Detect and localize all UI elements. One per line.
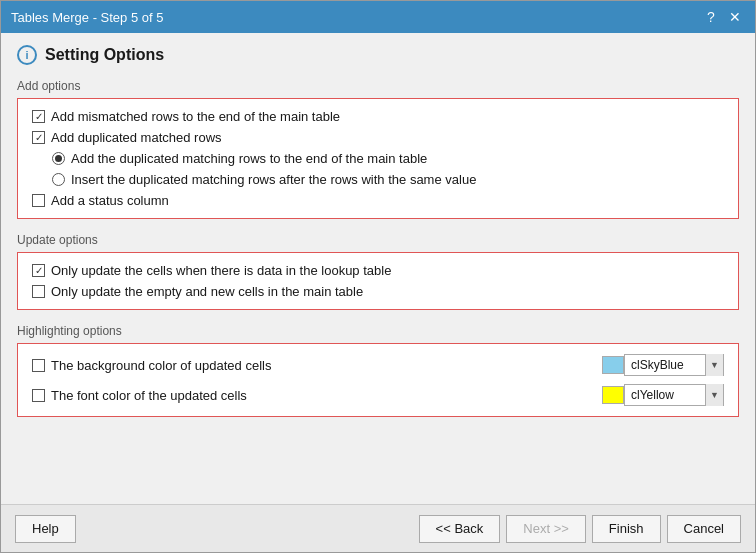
option-only-update-empty[interactable]: Only update the empty and new cells in t… bbox=[32, 284, 724, 299]
update-options-box: Only update the cells when there is data… bbox=[17, 252, 739, 310]
cancel-button[interactable]: Cancel bbox=[667, 515, 741, 543]
checkbox-add-duplicated[interactable] bbox=[32, 131, 45, 144]
radio-add-end[interactable] bbox=[52, 152, 65, 165]
label-bg-color: The background color of updated cells bbox=[51, 358, 271, 373]
option-add-duplicated[interactable]: Add duplicated matched rows bbox=[32, 130, 724, 145]
highlighting-options-label: Highlighting options bbox=[17, 324, 739, 338]
help-button[interactable]: ? bbox=[701, 7, 721, 27]
highlight-font-row: The font color of the updated cells clYe… bbox=[32, 384, 724, 406]
highlight-background-left: The background color of updated cells bbox=[32, 358, 271, 373]
label-only-update-data: Only update the cells when there is data… bbox=[51, 263, 391, 278]
footer-right: << Back Next >> Finish Cancel bbox=[419, 515, 741, 543]
finish-button[interactable]: Finish bbox=[592, 515, 661, 543]
highlight-font-right: clYellow ▼ bbox=[602, 384, 724, 406]
checkbox-bg-color[interactable] bbox=[32, 359, 45, 372]
font-color-dropdown[interactable]: clYellow ▼ bbox=[624, 384, 724, 406]
main-window: Tables Merge - Step 5 of 5 ? ✕ i Setting… bbox=[0, 0, 756, 553]
option-only-update-data[interactable]: Only update the cells when there is data… bbox=[32, 263, 724, 278]
label-radio-after: Insert the duplicated matching rows afte… bbox=[71, 172, 476, 187]
label-add-duplicated: Add duplicated matched rows bbox=[51, 130, 222, 145]
back-button[interactable]: << Back bbox=[419, 515, 501, 543]
footer-left: Help bbox=[15, 515, 76, 543]
bg-color-dropdown[interactable]: clSkyBlue ▼ bbox=[624, 354, 724, 376]
option-add-status[interactable]: Add a status column bbox=[32, 193, 724, 208]
checkbox-only-update-data[interactable] bbox=[32, 264, 45, 277]
page-title: Setting Options bbox=[45, 46, 164, 64]
bg-color-label: clSkyBlue bbox=[625, 358, 705, 372]
close-button[interactable]: ✕ bbox=[725, 7, 745, 27]
option-add-mismatched[interactable]: Add mismatched rows to the end of the ma… bbox=[32, 109, 724, 124]
window-title: Tables Merge - Step 5 of 5 bbox=[11, 10, 163, 25]
highlighting-options-section: Highlighting options The background colo… bbox=[17, 324, 739, 417]
label-add-mismatched: Add mismatched rows to the end of the ma… bbox=[51, 109, 340, 124]
label-radio-end: Add the duplicated matching rows to the … bbox=[71, 151, 427, 166]
option-radio-end[interactable]: Add the duplicated matching rows to the … bbox=[32, 151, 724, 166]
font-color-label: clYellow bbox=[625, 388, 705, 402]
highlighting-options-box: The background color of updated cells cl… bbox=[17, 343, 739, 417]
next-button[interactable]: Next >> bbox=[506, 515, 586, 543]
font-color-arrow[interactable]: ▼ bbox=[705, 384, 723, 406]
checkbox-add-status[interactable] bbox=[32, 194, 45, 207]
label-font-color: The font color of the updated cells bbox=[51, 388, 247, 403]
radio-insert-after[interactable] bbox=[52, 173, 65, 186]
checkbox-font-color[interactable] bbox=[32, 389, 45, 402]
title-bar: Tables Merge - Step 5 of 5 ? ✕ bbox=[1, 1, 755, 33]
checkbox-add-mismatched[interactable] bbox=[32, 110, 45, 123]
highlight-font-left: The font color of the updated cells bbox=[32, 388, 247, 403]
label-only-update-empty: Only update the empty and new cells in t… bbox=[51, 284, 363, 299]
highlight-background-right: clSkyBlue ▼ bbox=[602, 354, 724, 376]
bg-color-swatch bbox=[602, 356, 624, 374]
add-options-section: Add options Add mismatched rows to the e… bbox=[17, 79, 739, 219]
title-bar-buttons: ? ✕ bbox=[701, 7, 745, 27]
footer: Help << Back Next >> Finish Cancel bbox=[1, 504, 755, 552]
add-options-label: Add options bbox=[17, 79, 739, 93]
checkbox-only-update-empty[interactable] bbox=[32, 285, 45, 298]
option-radio-after[interactable]: Insert the duplicated matching rows afte… bbox=[32, 172, 724, 187]
page-header: i Setting Options bbox=[17, 45, 739, 65]
window-body: i Setting Options Add options Add mismat… bbox=[1, 33, 755, 504]
bg-color-arrow[interactable]: ▼ bbox=[705, 354, 723, 376]
update-options-section: Update options Only update the cells whe… bbox=[17, 233, 739, 310]
font-color-swatch bbox=[602, 386, 624, 404]
update-options-label: Update options bbox=[17, 233, 739, 247]
add-options-box: Add mismatched rows to the end of the ma… bbox=[17, 98, 739, 219]
help-footer-button[interactable]: Help bbox=[15, 515, 76, 543]
info-icon: i bbox=[17, 45, 37, 65]
label-add-status: Add a status column bbox=[51, 193, 169, 208]
highlight-background-row: The background color of updated cells cl… bbox=[32, 354, 724, 376]
